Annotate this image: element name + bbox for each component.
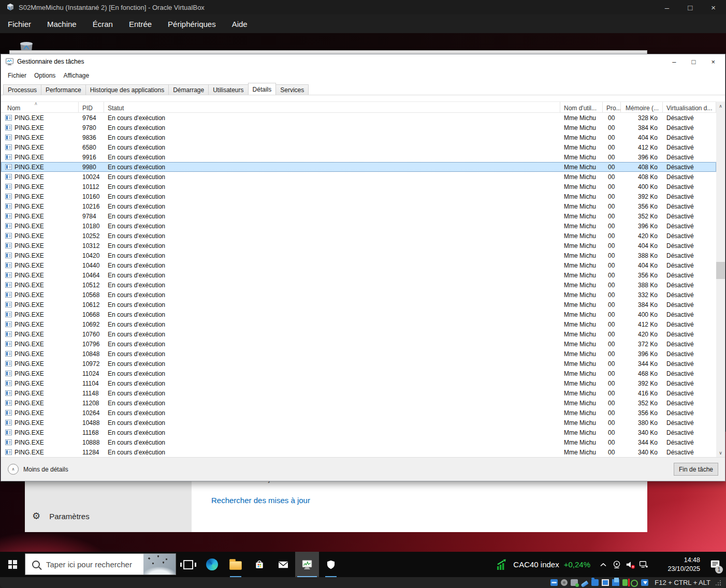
- tab-details[interactable]: Détails: [248, 83, 277, 95]
- table-row[interactable]: PING.EXE 11208 En cours d'exécution Mme …: [1, 398, 716, 408]
- tray-camera-button[interactable]: [610, 552, 623, 577]
- mail-button[interactable]: [271, 552, 295, 577]
- search-input[interactable]: [45, 560, 143, 569]
- table-row[interactable]: PING.EXE 11168 En cours d'exécution Mme …: [1, 428, 716, 437]
- table-row[interactable]: PING.EXE 10888 En cours d'exécution Mme …: [1, 437, 716, 447]
- start-button[interactable]: [0, 552, 25, 577]
- minimize-icon[interactable]: –: [665, 4, 669, 11]
- table-row[interactable]: PING.EXE 9980 En cours d'exécution Mme M…: [1, 162, 716, 172]
- table-row[interactable]: PING.EXE 10440 En cours d'exécution Mme …: [1, 260, 716, 270]
- tab-services[interactable]: Services: [275, 84, 309, 95]
- table-row[interactable]: PING.EXE 10252 En cours d'exécution Mme …: [1, 231, 716, 241]
- shared-folders-icon[interactable]: [591, 579, 599, 586]
- close-icon[interactable]: ×: [711, 58, 715, 66]
- column-header-utilisateur[interactable]: Nom d'util...: [560, 102, 603, 112]
- resize-grip[interactable]: [716, 580, 721, 585]
- table-row[interactable]: PING.EXE 10420 En cours d'exécution Mme …: [1, 251, 716, 260]
- scroll-down-icon[interactable]: ∨: [716, 448, 725, 457]
- display-icon[interactable]: [602, 579, 609, 586]
- recording-icon[interactable]: [622, 579, 628, 586]
- hard-disks-icon[interactable]: [550, 579, 558, 586]
- table-row[interactable]: PING.EXE 10668 En cours d'exécution Mme …: [1, 310, 716, 319]
- table-row[interactable]: PING.EXE 10512 En cours d'exécution Mme …: [1, 280, 716, 290]
- table-row[interactable]: PING.EXE 10180 En cours d'exécution Mme …: [1, 221, 716, 231]
- table-row[interactable]: PING.EXE 10612 En cours d'exécution Mme …: [1, 300, 716, 310]
- tm-menu-affichage[interactable]: Affichage: [63, 71, 90, 80]
- table-row[interactable]: PING.EXE 10312 En cours d'exécution Mme …: [1, 241, 716, 251]
- optical-drives-icon[interactable]: [561, 579, 568, 586]
- table-row[interactable]: PING.EXE 10692 En cours d'exécution Mme …: [1, 319, 716, 329]
- table-row[interactable]: PING.EXE 10488 En cours d'exécution Mme …: [1, 418, 716, 428]
- table-row[interactable]: PING.EXE 10464 En cours d'exécution Mme …: [1, 270, 716, 280]
- table-row[interactable]: PING.EXE 10112 En cours d'exécution Mme …: [1, 182, 716, 192]
- column-header-pid[interactable]: PID: [79, 102, 104, 112]
- scroll-up-icon[interactable]: ∧: [716, 101, 725, 110]
- table-row[interactable]: PING.EXE 10216 En cours d'exécution Mme …: [1, 201, 716, 211]
- tm-menu-options[interactable]: Options: [34, 71, 56, 80]
- table-row[interactable]: PING.EXE 9780 En cours d'exécution Mme M…: [1, 123, 716, 133]
- stock-ticker[interactable]: CAC40 index +0,24%: [490, 559, 597, 570]
- tab-utilisateurs[interactable]: Utilisateurs: [208, 84, 248, 95]
- column-header-statut[interactable]: Statut: [104, 102, 560, 112]
- maximize-icon[interactable]: □: [688, 4, 692, 11]
- taskbar-clock[interactable]: 14:48 23/10/2025: [650, 556, 704, 574]
- table-row[interactable]: PING.EXE 10024 En cours d'exécution Mme …: [1, 172, 716, 182]
- less-details-button[interactable]: ∧ Moins de détails: [8, 464, 68, 475]
- vbox-menu-ecran[interactable]: Écran: [93, 20, 113, 28]
- column-header-nom[interactable]: ∧ Nom: [1, 102, 79, 112]
- table-row[interactable]: PING.EXE 11284 En cours d'exécution Mme …: [1, 447, 716, 457]
- table-row[interactable]: PING.EXE 10568 En cours d'exécution Mme …: [1, 290, 716, 300]
- tm-menu-fichier[interactable]: Fichier: [7, 71, 27, 80]
- scrollbar-thumb[interactable]: [716, 262, 725, 279]
- table-row[interactable]: PING.EXE 11024 En cours d'exécution Mme …: [1, 369, 716, 378]
- shared-clipboard-icon[interactable]: [612, 579, 619, 586]
- tab-processus[interactable]: Processus: [3, 84, 41, 95]
- tray-overflow-button[interactable]: [597, 552, 610, 577]
- check-updates-link[interactable]: Rechercher des mises à jour: [211, 496, 310, 505]
- table-row[interactable]: PING.EXE 9916 En cours d'exécution Mme M…: [1, 152, 716, 162]
- task-view-button[interactable]: [176, 552, 200, 577]
- tab-historique-des-applications[interactable]: Historique des applications: [85, 84, 169, 95]
- column-header-processeur[interactable]: Pro...: [603, 102, 621, 112]
- table-row[interactable]: PING.EXE 10848 En cours d'exécution Mme …: [1, 349, 716, 359]
- table-row[interactable]: PING.EXE 9836 En cours d'exécution Mme M…: [1, 133, 716, 142]
- windows-defender-button[interactable]: [319, 552, 343, 577]
- mouse-integration-icon[interactable]: [641, 579, 648, 586]
- table-row[interactable]: PING.EXE 10264 En cours d'exécution Mme …: [1, 408, 716, 418]
- action-center-button[interactable]: 1: [704, 552, 726, 577]
- microsoft-store-button[interactable]: [248, 552, 271, 577]
- table-row[interactable]: PING.EXE 9784 En cours d'exécution Mme M…: [1, 211, 716, 221]
- minimize-icon[interactable]: –: [672, 58, 676, 66]
- sidebar-item-parametres[interactable]: ⚙ Paramètres: [32, 511, 90, 521]
- task-manager-taskbar-button[interactable]: [295, 552, 319, 577]
- table-row[interactable]: PING.EXE 11148 En cours d'exécution Mme …: [1, 388, 716, 398]
- vbox-menu-entree[interactable]: Entrée: [129, 20, 152, 28]
- file-explorer-button[interactable]: [224, 552, 248, 577]
- vbox-menu-peripheriques[interactable]: Périphériques: [168, 20, 216, 28]
- tab-demarrage[interactable]: Démarrage: [168, 84, 209, 95]
- end-task-button[interactable]: Fin de tâche: [674, 463, 718, 476]
- taskbar-search-box[interactable]: [25, 553, 176, 575]
- table-row[interactable]: PING.EXE 10796 En cours d'exécution Mme …: [1, 339, 716, 349]
- tab-performance[interactable]: Performance: [41, 84, 86, 95]
- table-row[interactable]: PING.EXE 10160 En cours d'exécution Mme …: [1, 192, 716, 201]
- table-row[interactable]: PING.EXE 10760 En cours d'exécution Mme …: [1, 329, 716, 339]
- table-row[interactable]: PING.EXE 9764 En cours d'exécution Mme M…: [1, 113, 716, 123]
- network-adapters-icon[interactable]: [571, 579, 578, 586]
- maximize-icon[interactable]: □: [692, 58, 696, 66]
- column-header-virtualisation[interactable]: Virtualisation d...: [663, 102, 716, 112]
- column-header-memoire[interactable]: Mémoire (...: [621, 102, 663, 112]
- table-row[interactable]: PING.EXE 6580 En cours d'exécution Mme M…: [1, 142, 716, 152]
- features-icon[interactable]: [631, 580, 638, 587]
- table-row[interactable]: PING.EXE 11104 En cours d'exécution Mme …: [1, 378, 716, 388]
- network-button[interactable]: [637, 552, 650, 577]
- vertical-scrollbar[interactable]: ∧ ∨: [716, 101, 725, 457]
- vbox-menu-fichier[interactable]: Fichier: [8, 20, 31, 28]
- edge-button[interactable]: [200, 552, 224, 577]
- vbox-menu-aide[interactable]: Aide: [232, 20, 248, 28]
- close-icon[interactable]: ×: [711, 4, 716, 11]
- vbox-menu-machine[interactable]: Machine: [47, 20, 77, 28]
- table-row[interactable]: PING.EXE 10972 En cours d'exécution Mme …: [1, 359, 716, 369]
- volume-muted-button[interactable]: [623, 552, 637, 577]
- usb-devices-icon[interactable]: [581, 581, 589, 588]
